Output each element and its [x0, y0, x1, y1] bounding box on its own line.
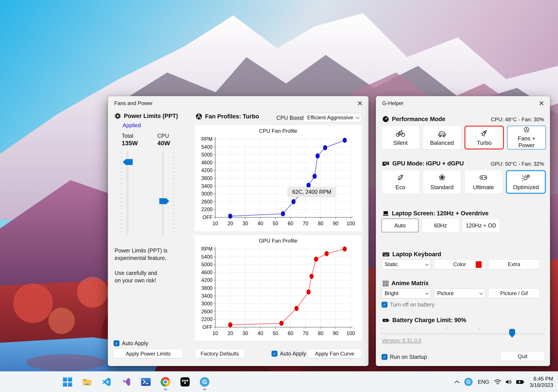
powershell-icon[interactable] — [141, 377, 151, 387]
start-icon[interactable] — [62, 377, 73, 387]
svg-text:60: 60 — [288, 331, 293, 336]
hidden-icons-chevron[interactable] — [452, 375, 462, 389]
optimized-mode-button[interactable]: Optimized — [506, 170, 546, 194]
mode-label: Standard — [430, 184, 454, 191]
wifi-icon[interactable] — [492, 375, 503, 389]
svg-text:30: 30 — [243, 331, 248, 336]
cpu-boost-dropdown[interactable]: Efficient Aggressive — [304, 113, 362, 122]
g-helper-icon[interactable]: G — [200, 377, 210, 387]
run-on-startup-checkbox[interactable]: ✓ — [382, 354, 387, 360]
mode-label: Eco — [395, 184, 405, 191]
tray-date: 3/18/2023 — [530, 382, 553, 388]
laptop-keyboard-header: Laptop Keyboard — [382, 251, 441, 258]
turbo-mode-button[interactable]: Turbo — [464, 126, 504, 150]
performance-mode-header: Performance Mode — [382, 116, 445, 123]
matrix-mode-dropdown[interactable]: Picture — [434, 288, 485, 298]
matrix-mode-value: Picture — [437, 290, 454, 296]
battery-slider-thumb[interactable] — [509, 329, 515, 338]
chevron-down-icon — [425, 291, 429, 295]
close-icon[interactable]: × — [355, 98, 365, 108]
apply-power-limits-button[interactable]: Apply Power Limits — [113, 349, 183, 358]
svg-text:2600: 2600 — [201, 199, 213, 205]
fans-and-power-window: Fans and Power × Power Limits (PPT) Appl… — [108, 96, 368, 366]
volume-icon[interactable] — [503, 375, 514, 389]
picture-gif-button[interactable]: Picture / Gif — [488, 288, 540, 298]
svg-text:2200: 2200 — [201, 317, 213, 322]
power-limits-header: Power Limits (PPT) — [114, 112, 178, 119]
cpu-boost-value: Efficient Aggressive — [307, 115, 353, 121]
battery-slider-track[interactable] — [382, 333, 545, 335]
quit-button[interactable]: Quit — [500, 351, 545, 361]
bicycle-icon — [396, 129, 405, 138]
battery-charge-limit-title: Battery Charge Limit: 90% — [392, 317, 466, 324]
g-helper-tray-icon[interactable]: G — [462, 375, 475, 389]
cpu-slider-track[interactable] — [162, 151, 164, 235]
cpu-fan-curve-plot[interactable]: 102030405060708090100OFF2200260030003400… — [194, 125, 362, 231]
battery-icon — [382, 317, 390, 324]
keyboard-icon — [382, 251, 390, 258]
performance-mode-row: Silent Balanced Turbo — [381, 126, 546, 150]
svg-text:3000: 3000 — [201, 191, 213, 197]
svg-text:4600: 4600 — [201, 270, 213, 275]
svg-text:5400: 5400 — [201, 144, 213, 150]
keyboard-color-button[interactable]: Color — [434, 259, 485, 269]
vscode-icon[interactable] — [102, 377, 112, 387]
cpu-slider-thumb[interactable] — [159, 198, 169, 204]
svg-text:70: 70 — [303, 221, 308, 226]
total-label: Total — [122, 133, 133, 139]
turn-off-on-battery-checkbox[interactable]: ✓ — [382, 302, 387, 308]
gamepad-icon — [479, 173, 488, 182]
auto-apply-fan-row: ✓ Auto Apply — [271, 350, 306, 357]
auto-apply-fan-checkbox[interactable]: ✓ — [271, 351, 278, 357]
svg-text:5000: 5000 — [201, 262, 213, 267]
ultimate-mode-button[interactable]: Ultimate — [464, 170, 503, 194]
keyboard-mode-dropdown[interactable]: Static — [381, 259, 431, 269]
close-icon[interactable]: × — [536, 98, 547, 108]
screen-60hz-button[interactable]: 60Hz — [422, 218, 459, 233]
auto-apply-power-checkbox[interactable]: ✓ — [113, 340, 120, 346]
keyboard-extra-button[interactable]: Extra — [488, 259, 540, 269]
fans-power-button[interactable]: Fans + Power — [507, 126, 546, 150]
silent-mode-button[interactable]: Silent — [381, 126, 420, 150]
balanced-mode-button[interactable]: Balanced — [423, 126, 461, 150]
apply-fan-curve-button[interactable]: Apply Fan Curve — [308, 349, 362, 358]
flower-icon — [438, 173, 446, 182]
svg-text:5000: 5000 — [201, 152, 213, 158]
dot-matrix-icon — [382, 280, 389, 287]
language-indicator[interactable]: ENG — [475, 375, 492, 389]
svg-text:RPM: RPM — [201, 136, 213, 142]
matrix-brightness-dropdown[interactable]: Bright — [381, 288, 431, 298]
fan-profiles-header: Fan Profiles: Turbo — [195, 113, 259, 120]
battery-charge-slider[interactable] — [382, 327, 545, 337]
cpu-label: CPU — [157, 133, 169, 139]
window-title: Fans and Power — [114, 100, 153, 106]
cpu-temp-fan-status: CPU: 48°C - Fan: 30% — [491, 117, 544, 123]
cpu-chip-icon — [114, 112, 121, 119]
chrome-icon[interactable] — [160, 377, 171, 387]
clock[interactable]: 6:45 PM 3/18/2023 — [526, 375, 553, 388]
screen-auto-button[interactable]: Auto — [381, 218, 419, 233]
battery-tray-icon[interactable] — [514, 375, 526, 389]
eco-mode-button[interactable]: Eco — [381, 170, 420, 194]
gpu-fan-curve-plot[interactable]: 102030405060708090100OFF2200260030003400… — [194, 235, 362, 341]
screen-120hz-od-button[interactable]: 120Hz + OD — [462, 218, 500, 233]
mode-label: Fans + Power — [509, 135, 544, 149]
keyboard-color-label: Color — [453, 261, 466, 267]
file-explorer-icon[interactable] — [82, 377, 92, 387]
visual-studio-icon[interactable] — [121, 377, 131, 387]
svg-text:3800: 3800 — [201, 285, 213, 291]
factory-defaults-button[interactable]: Factory Defaults — [195, 349, 245, 358]
gear-bulb-icon — [521, 173, 531, 182]
run-on-startup-label: Run on Startup — [390, 354, 427, 360]
taskbar-icons: G — [62, 372, 210, 392]
experimental-note-line3: Use carefully and — [115, 270, 157, 276]
power-limits-status: Applied — [122, 122, 141, 129]
svg-text:90: 90 — [333, 221, 339, 226]
total-slider-thumb[interactable] — [123, 159, 133, 165]
svg-text:80: 80 — [318, 331, 323, 336]
version-link[interactable]: Version: 0.31.0.0 — [382, 337, 421, 344]
svg-text:2200: 2200 — [201, 207, 213, 212]
tidal-icon[interactable] — [180, 377, 190, 387]
svg-text:5400: 5400 — [201, 254, 213, 260]
standard-mode-button[interactable]: Standard — [423, 170, 461, 194]
